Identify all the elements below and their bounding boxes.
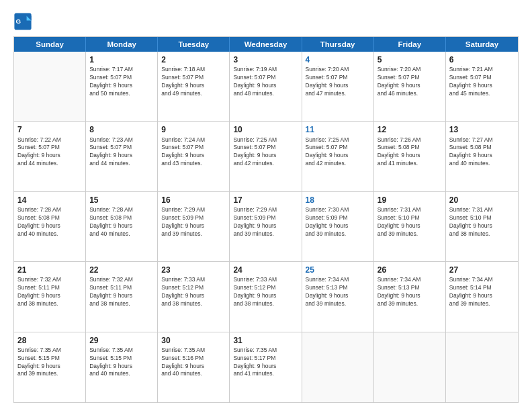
calendar-cell: 13Sunrise: 7:27 AMSunset: 5:08 PMDayligh… [446,122,518,191]
day-info: Sunrise: 7:20 AMSunset: 5:07 PMDaylight:… [378,66,442,98]
day-info: Sunrise: 7:35 AMSunset: 5:16 PMDaylight:… [161,347,226,379]
day-info: Sunrise: 7:28 AMSunset: 5:08 PMDaylight:… [89,206,154,238]
calendar-cell: 10Sunrise: 7:25 AMSunset: 5:07 PMDayligh… [230,122,302,191]
svg-text:G: G [16,17,21,25]
day-info: Sunrise: 7:21 AMSunset: 5:07 PMDaylight:… [449,66,515,98]
day-info: Sunrise: 7:34 AMSunset: 5:13 PMDaylight:… [378,276,442,308]
day-info: Sunrise: 7:25 AMSunset: 5:07 PMDaylight:… [233,136,298,169]
day-number: 27 [449,265,515,275]
header-day-saturday: Saturday [446,37,518,52]
calendar-week-5: 28Sunrise: 7:35 AMSunset: 5:15 PMDayligh… [14,332,518,402]
day-number: 25 [306,265,370,275]
calendar-cell: 2Sunrise: 7:18 AMSunset: 5:07 PMDaylight… [158,52,230,121]
calendar-cell: 3Sunrise: 7:19 AMSunset: 5:07 PMDaylight… [230,52,302,121]
calendar-cell: 23Sunrise: 7:33 AMSunset: 5:12 PMDayligh… [158,262,230,331]
day-info: Sunrise: 7:35 AMSunset: 5:15 PMDaylight:… [89,347,154,379]
calendar-cell: 6Sunrise: 7:21 AMSunset: 5:07 PMDaylight… [446,52,518,121]
day-number: 1 [89,54,154,65]
day-info: Sunrise: 7:26 AMSunset: 5:08 PMDaylight:… [378,136,442,169]
day-number: 7 [17,124,82,135]
calendar-cell [446,332,518,402]
day-info: Sunrise: 7:27 AMSunset: 5:08 PMDaylight:… [449,136,515,169]
day-number: 18 [306,195,370,205]
calendar-cell: 21Sunrise: 7:32 AMSunset: 5:11 PMDayligh… [14,262,86,331]
calendar-cell: 7Sunrise: 7:22 AMSunset: 5:07 PMDaylight… [14,122,86,191]
day-info: Sunrise: 7:34 AMSunset: 5:13 PMDaylight:… [306,276,370,308]
day-number: 4 [306,54,370,65]
day-info: Sunrise: 7:33 AMSunset: 5:12 PMDaylight:… [233,276,298,308]
day-number: 28 [17,335,82,346]
header-day-sunday: Sunday [14,37,86,52]
day-info: Sunrise: 7:32 AMSunset: 5:11 PMDaylight:… [17,276,82,308]
calendar-cell: 26Sunrise: 7:34 AMSunset: 5:13 PMDayligh… [374,262,446,331]
day-number: 8 [89,124,154,135]
header-day-monday: Monday [86,37,158,52]
calendar-week-3: 14Sunrise: 7:28 AMSunset: 5:08 PMDayligh… [14,192,518,262]
calendar-cell: 24Sunrise: 7:33 AMSunset: 5:12 PMDayligh… [230,262,302,331]
day-info: Sunrise: 7:29 AMSunset: 5:09 PMDaylight:… [233,206,298,238]
calendar-cell: 18Sunrise: 7:30 AMSunset: 5:09 PMDayligh… [302,192,374,261]
calendar-cell: 12Sunrise: 7:26 AMSunset: 5:08 PMDayligh… [374,122,446,191]
day-number: 11 [306,124,370,135]
day-number: 26 [378,265,442,275]
day-number: 22 [89,265,154,275]
calendar-cell: 20Sunrise: 7:31 AMSunset: 5:10 PMDayligh… [446,192,518,261]
calendar-week-1: 1Sunrise: 7:17 AMSunset: 5:07 PMDaylight… [14,52,518,122]
day-number: 10 [233,124,298,135]
day-info: Sunrise: 7:34 AMSunset: 5:14 PMDaylight:… [449,276,515,308]
calendar-cell: 5Sunrise: 7:20 AMSunset: 5:07 PMDaylight… [374,52,446,121]
day-number: 31 [233,335,298,346]
calendar-cell: 9Sunrise: 7:24 AMSunset: 5:07 PMDaylight… [158,122,230,191]
day-info: Sunrise: 7:22 AMSunset: 5:07 PMDaylight:… [17,136,82,169]
calendar-cell: 17Sunrise: 7:29 AMSunset: 5:09 PMDayligh… [230,192,302,261]
day-number: 30 [161,335,226,346]
calendar-week-4: 21Sunrise: 7:32 AMSunset: 5:11 PMDayligh… [14,262,518,332]
day-number: 14 [17,195,82,205]
header: G [13,12,519,31]
day-info: Sunrise: 7:33 AMSunset: 5:12 PMDaylight:… [161,276,226,308]
calendar-cell: 15Sunrise: 7:28 AMSunset: 5:08 PMDayligh… [86,192,158,261]
day-number: 20 [449,195,515,205]
day-number: 17 [233,195,298,205]
calendar-header: SundayMondayTuesdayWednesdayThursdayFrid… [14,37,518,52]
day-info: Sunrise: 7:30 AMSunset: 5:09 PMDaylight:… [306,206,370,238]
day-info: Sunrise: 7:25 AMSunset: 5:07 PMDaylight:… [306,136,370,169]
day-number: 15 [89,195,154,205]
calendar-cell: 22Sunrise: 7:32 AMSunset: 5:11 PMDayligh… [86,262,158,331]
logo-icon: G [13,12,32,31]
calendar-cell [374,332,446,402]
calendar-cell: 29Sunrise: 7:35 AMSunset: 5:15 PMDayligh… [86,332,158,402]
header-day-thursday: Thursday [302,37,374,52]
calendar-cell: 31Sunrise: 7:35 AMSunset: 5:17 PMDayligh… [230,332,302,402]
day-info: Sunrise: 7:35 AMSunset: 5:17 PMDaylight:… [233,347,298,379]
day-number: 23 [161,265,226,275]
day-info: Sunrise: 7:20 AMSunset: 5:07 PMDaylight:… [306,66,370,98]
calendar: SundayMondayTuesdayWednesdayThursdayFrid… [13,36,519,403]
header-day-friday: Friday [374,37,446,52]
calendar-cell: 11Sunrise: 7:25 AMSunset: 5:07 PMDayligh… [302,122,374,191]
header-day-tuesday: Tuesday [158,37,230,52]
calendar-cell: 30Sunrise: 7:35 AMSunset: 5:16 PMDayligh… [158,332,230,402]
day-number: 9 [161,124,226,135]
calendar-body: 1Sunrise: 7:17 AMSunset: 5:07 PMDaylight… [14,52,518,402]
day-info: Sunrise: 7:32 AMSunset: 5:11 PMDaylight:… [89,276,154,308]
calendar-cell: 16Sunrise: 7:29 AMSunset: 5:09 PMDayligh… [158,192,230,261]
calendar-cell: 19Sunrise: 7:31 AMSunset: 5:10 PMDayligh… [374,192,446,261]
day-info: Sunrise: 7:29 AMSunset: 5:09 PMDaylight:… [161,206,226,238]
calendar-week-2: 7Sunrise: 7:22 AMSunset: 5:07 PMDaylight… [14,122,518,191]
day-number: 24 [233,265,298,275]
calendar-cell: 8Sunrise: 7:23 AMSunset: 5:07 PMDaylight… [86,122,158,191]
day-info: Sunrise: 7:31 AMSunset: 5:10 PMDaylight:… [449,206,515,238]
day-info: Sunrise: 7:23 AMSunset: 5:07 PMDaylight:… [89,136,154,169]
day-info: Sunrise: 7:28 AMSunset: 5:08 PMDaylight:… [17,206,82,238]
page: G SundayMondayTuesdayWednesdayThursdayFr… [0,0,532,411]
calendar-cell: 28Sunrise: 7:35 AMSunset: 5:15 PMDayligh… [14,332,86,402]
day-number: 19 [378,195,442,205]
logo: G [13,12,35,31]
day-number: 5 [378,54,442,65]
day-info: Sunrise: 7:31 AMSunset: 5:10 PMDaylight:… [378,206,442,238]
day-info: Sunrise: 7:24 AMSunset: 5:07 PMDaylight:… [161,136,226,169]
calendar-cell [302,332,374,402]
day-number: 21 [17,265,82,275]
day-info: Sunrise: 7:18 AMSunset: 5:07 PMDaylight:… [161,66,226,98]
